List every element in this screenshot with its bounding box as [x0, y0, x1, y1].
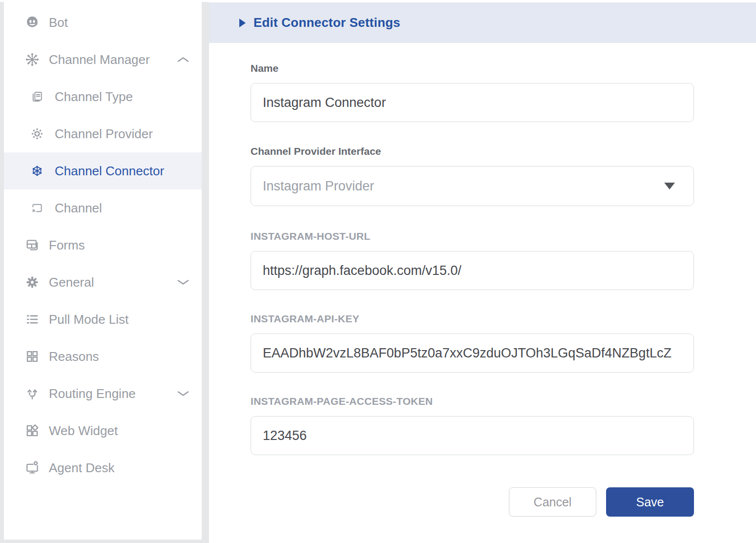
field-label: Channel Provider Interface	[251, 146, 694, 157]
sidebar-item-label: Channel Type	[55, 89, 133, 104]
name-input[interactable]	[251, 83, 694, 122]
sidebar-item-label: Agent Desk	[49, 460, 114, 476]
bot-icon	[24, 15, 40, 30]
sidebar-item-label: General	[49, 275, 94, 290]
channel-provider-icon	[30, 127, 44, 141]
grid-icon	[24, 349, 40, 364]
sidebar-item-label: Reasons	[49, 349, 99, 364]
field-instagram-api-key: INSTAGRAM-API-KEY	[251, 313, 694, 373]
chevron-down-icon[interactable]	[177, 390, 189, 397]
sidebar-item-channel-manager[interactable]: Channel Manager	[4, 41, 202, 78]
instagram-page-access-token-input[interactable]	[251, 416, 694, 455]
sidebar-item-label: Channel	[55, 201, 102, 216]
sidebar: Bot	[4, 2, 202, 540]
channel-manager-hub-icon	[24, 52, 40, 67]
sidebar-item-label: Routing Engine	[49, 386, 136, 401]
sidebar-item-channel-provider[interactable]: Channel Provider	[4, 115, 202, 152]
channel-type-document-icon	[30, 90, 44, 104]
channel-provider-interface-select[interactable]: Instagram Provider	[251, 166, 694, 206]
chevron-down-icon[interactable]	[177, 279, 189, 286]
gear-icon	[24, 274, 40, 290]
sidebar-item-bot[interactable]: Bot	[4, 4, 202, 41]
sidebar-item-channel-connector[interactable]: Channel Connector	[4, 152, 202, 189]
sidebar-item-label: Channel Provider	[55, 126, 153, 142]
sidebar-item-agent-desk[interactable]: Agent Desk	[4, 449, 202, 486]
save-button[interactable]: Save	[606, 487, 694, 517]
sidebar-item-label: Forms	[49, 238, 85, 253]
field-label: INSTAGRAM-API-KEY	[251, 313, 694, 325]
sidebar-divider	[202, 2, 209, 543]
sidebar-item-web-widget[interactable]: Web Widget	[4, 412, 202, 449]
field-instagram-host-url: INSTAGRAM-HOST-URL	[251, 230, 694, 290]
sidebar-item-reasons[interactable]: Reasons	[4, 338, 202, 375]
field-label: INSTAGRAM-PAGE-ACCESS-TOKEN	[251, 396, 694, 407]
sidebar-item-channel[interactable]: Channel	[4, 189, 202, 227]
field-label: INSTAGRAM-HOST-URL	[251, 230, 694, 242]
main-panel: Edit Connector Settings Name Channel Pro…	[209, 0, 756, 543]
cancel-button[interactable]: Cancel	[509, 487, 596, 517]
sidebar-item-label: Web Widget	[49, 423, 118, 439]
instagram-api-key-input[interactable]	[251, 334, 694, 373]
agent-desk-icon	[24, 460, 40, 476]
sidebar-bottom-edge	[0, 540, 202, 543]
field-name: Name	[251, 63, 694, 122]
app-window: Bot	[0, 0, 756, 543]
route-split-icon	[24, 386, 40, 401]
page-title: Edit Connector Settings	[253, 15, 400, 30]
sidebar-item-general[interactable]: General	[4, 264, 202, 301]
cast-icon	[30, 201, 44, 215]
forms-icon	[24, 237, 40, 253]
channel-connector-cube-icon	[30, 164, 44, 178]
button-row: Cancel Save	[251, 487, 694, 517]
field-label: Name	[251, 63, 694, 74]
field-instagram-page-access-token: INSTAGRAM-PAGE-ACCESS-TOKEN	[251, 396, 694, 455]
list-icon	[24, 312, 40, 327]
sidebar-item-forms[interactable]: Forms	[4, 227, 202, 264]
page-left-edge	[0, 2, 4, 543]
field-channel-provider-interface: Channel Provider Interface Instagram Pro…	[251, 146, 694, 206]
sidebar-item-routing-engine[interactable]: Routing Engine	[4, 375, 202, 412]
sidebar-item-label: Bot	[49, 15, 68, 30]
widgets-icon	[24, 423, 40, 439]
sidebar-item-label: Channel Connector	[55, 164, 164, 179]
triangle-right-icon	[239, 19, 246, 27]
sidebar-item-label: Channel Manager	[49, 52, 150, 67]
section-header: Edit Connector Settings	[209, 2, 756, 43]
sidebar-item-label: Pull Mode List	[49, 312, 128, 327]
instagram-host-url-input[interactable]	[251, 251, 694, 290]
select-value: Instagram Provider	[263, 179, 374, 194]
chevron-up-icon[interactable]	[177, 56, 189, 63]
sidebar-item-channel-type[interactable]: Channel Type	[4, 78, 202, 115]
caret-down-icon	[664, 183, 675, 189]
sidebar-item-pull-mode-list[interactable]: Pull Mode List	[4, 301, 202, 338]
